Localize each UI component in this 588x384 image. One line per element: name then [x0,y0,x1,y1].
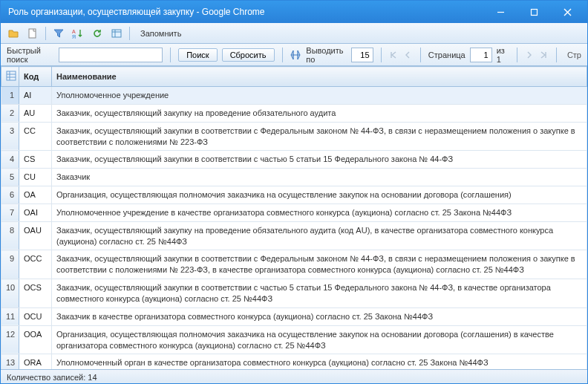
row-number: 1 [1,87,19,105]
cell-code: OAU [19,221,52,250]
grid-scroll[interactable]: Код Наименование 1AIУполномоченное учреж… [1,66,587,369]
table-row[interactable]: 1AIУполномоченное учреждение [1,87,587,105]
cell-code: CC [19,122,52,151]
filter-icon[interactable] [50,25,67,42]
separator [517,48,517,62]
cell-name: Заказчик, осуществляющий закупки в соотв… [52,122,587,151]
svg-rect-4 [29,29,36,38]
prev-page-icon[interactable] [403,49,413,61]
cell-name: Организация, осуществляющая полномочия з… [52,186,587,204]
record-count: Количество записей: 14 [7,373,97,382]
cell-code: CU [19,169,52,186]
new-doc-icon[interactable] [24,25,41,42]
refresh-icon[interactable] [89,25,105,42]
cell-name: Уполномоченное учреждение в качестве орг… [52,204,587,221]
status-bar: Количество записей: 14 [1,369,587,384]
row-number: 10 [1,279,19,308]
table-row[interactable]: 5CUЗаказчик [1,169,587,186]
separator [282,48,283,62]
page-label: Страница [428,51,466,59]
cell-name: Заказчик, осуществляющий закупку на пров… [52,104,587,122]
cell-code: OCU [19,307,52,325]
cell-code: OAI [19,204,52,221]
cell-code: OOA [19,325,52,354]
grid-icon [6,71,16,81]
table-row[interactable]: 9OCCЗаказчик, осуществляющий закупки в с… [1,250,587,279]
table-row[interactable]: 4CSЗаказчик, осуществляющий закупки в со… [1,151,587,169]
remember-label: Запомнить [140,29,181,38]
first-page-icon[interactable] [388,49,398,61]
svg-rect-10 [7,71,16,80]
cell-name: Заказчик, осуществляющий закупки в соотв… [52,151,587,169]
cell-code: CS [19,151,52,169]
table-row[interactable]: 11OCUЗаказчик в качестве организатора со… [1,307,587,325]
row-number: 5 [1,169,19,186]
toolbar-separator [129,27,130,40]
cell-code: AI [19,87,52,105]
cell-name: Заказчик, осуществляющий закупки в соотв… [52,279,587,308]
search-button[interactable]: Поиск [178,48,217,62]
separator [170,48,171,62]
column-header-code[interactable]: Код [19,67,52,87]
table-row[interactable]: 10OCSЗаказчик, осуществляющий закупки в … [1,279,587,308]
row-number: 13 [1,354,19,369]
cell-name: Заказчик в качестве организатора совмест… [52,307,587,325]
cell-name: Уполномоченное учреждение [52,87,587,105]
table-row[interactable]: 12OOAОрганизация, осуществляющая полномо… [1,325,587,354]
row-number: 3 [1,122,19,151]
row-number: 11 [1,307,19,325]
next-page-icon[interactable] [524,49,534,61]
cell-name: Заказчик [52,169,587,186]
cell-name: Заказчик, осуществляющий закупку на пров… [52,221,587,250]
sort-icon[interactable]: AЯ [70,25,86,42]
svg-rect-1 [532,9,538,15]
window-title: Роль организации, осуществляющей закупку… [8,7,484,17]
cell-code: OA [19,186,52,204]
search-paging-toolbar: Быстрый поиск Поиск Сбросить Выводить по… [1,44,587,66]
separator [556,48,557,62]
row-number: 8 [1,221,19,250]
svg-rect-7 [112,30,121,37]
open-icon[interactable] [5,25,22,42]
cell-name: Организация, осуществляющая полномочия з… [52,325,587,354]
data-grid: Код Наименование 1AIУполномоченное учреж… [1,66,587,369]
quick-search-label: Быстрый поиск [7,46,54,64]
main-toolbar: AЯ Запомнить [1,23,587,44]
row-number: 7 [1,204,19,221]
toolbar-separator [45,27,46,40]
last-page-icon[interactable] [539,49,549,61]
table-row[interactable]: 8OAUЗаказчик, осуществляющий закупку на … [1,221,587,250]
page-input[interactable] [470,48,492,62]
column-header-name[interactable]: Наименование [52,67,587,87]
of-label: из 1 [497,46,509,64]
cell-code: OCS [19,279,52,308]
window-titlebar: Роль организации, осуществляющей закупку… [1,1,587,23]
row-number: 4 [1,151,19,169]
svg-text:Я: Я [72,34,76,39]
columns-icon[interactable] [290,49,301,61]
close-button[interactable] [551,1,584,22]
quick-search-input[interactable] [59,48,163,62]
cell-name: Уполномоченный орган в качестве организа… [52,354,587,369]
row-number: 12 [1,325,19,354]
table-row[interactable]: 6OAОрганизация, осуществляющая полномочи… [1,186,587,204]
table-row[interactable]: 2AUЗаказчик, осуществляющий закупку на п… [1,104,587,122]
remember-button[interactable]: Запомнить [134,25,187,42]
cell-code: ORA [19,354,52,369]
reset-button[interactable]: Сбросить [222,48,275,62]
str-label: Стр [564,51,581,59]
per-page-input[interactable] [351,48,373,62]
table-row[interactable]: 3CCЗаказчик, осуществляющий закупки в со… [1,122,587,151]
table-row[interactable]: 7OAIУполномоченное учреждение в качестве… [1,204,587,221]
separator [420,48,421,62]
svg-text:A: A [72,29,76,34]
row-number: 6 [1,186,19,204]
row-number: 2 [1,104,19,122]
minimize-button[interactable] [484,1,517,22]
export-icon[interactable] [108,25,125,42]
cell-code: AU [19,104,52,122]
row-number-header[interactable] [1,67,19,87]
row-number: 9 [1,250,19,279]
maximize-button[interactable] [517,1,551,22]
table-row[interactable]: 13ORAУполномоченный орган в качестве орг… [1,354,587,369]
